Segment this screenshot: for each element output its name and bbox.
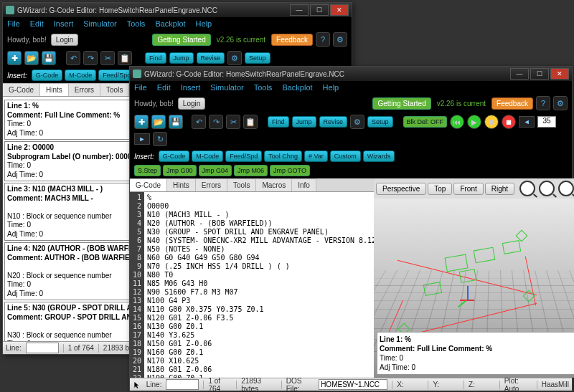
menu-edit[interactable]: Edit	[157, 83, 171, 92]
view-right[interactable]: Right	[485, 183, 514, 195]
menu-file[interactable]: File	[134, 83, 147, 92]
maximize-button[interactable]: ☐	[530, 68, 549, 80]
tab-info[interactable]: Info	[292, 178, 316, 191]
help-icon[interactable]: ?	[316, 32, 330, 47]
minimize-button[interactable]: —	[290, 4, 309, 16]
insert-gcode[interactable]: G-Code	[32, 70, 63, 81]
close-button[interactable]: ✕	[330, 4, 349, 16]
tab-g-code[interactable]: G-Code	[3, 83, 40, 96]
redo-icon[interactable]: ↷	[209, 115, 223, 129]
settings-icon[interactable]: ⚙	[553, 96, 568, 110]
menu-edit[interactable]: Edit	[30, 19, 44, 28]
setup-button[interactable]: Setup	[367, 116, 393, 128]
run-sstep[interactable]: S.Step	[134, 165, 161, 176]
settings-icon[interactable]: ⚙	[333, 32, 347, 47]
paste-icon[interactable]: 📋	[118, 51, 132, 65]
insert-mcode[interactable]: M-Code	[192, 150, 223, 162]
paste-icon[interactable]: 📋	[243, 115, 258, 129]
getting-started-button[interactable]: Getting Started	[372, 97, 430, 110]
tab-hints[interactable]: Hints	[40, 83, 69, 96]
minimize-button[interactable]: —	[510, 68, 529, 80]
run-jmpgoto[interactable]: Jmp GOTO	[270, 165, 310, 176]
insert-var[interactable]: # Var	[304, 150, 328, 162]
pause-icon[interactable]: ⏸	[484, 115, 499, 129]
menu-help[interactable]: Help	[196, 19, 212, 28]
line-input[interactable]	[26, 343, 59, 353]
menu-simulator[interactable]: Simulator	[210, 83, 243, 92]
zoom-out-icon[interactable]	[539, 181, 555, 196]
login-button[interactable]: Login	[178, 97, 205, 110]
titlebar[interactable]: GWizard: G-Code Editor: HomeSwitchRearPa…	[3, 3, 352, 17]
run-jmpm06[interactable]: Jmp M06	[234, 165, 268, 176]
revise-button[interactable]: Revise	[319, 116, 348, 128]
feedback-button[interactable]: Feedback	[271, 34, 313, 46]
feedback-button[interactable]: Feedback	[491, 97, 533, 110]
play-icon[interactable]: ▶	[467, 115, 481, 129]
tab-hints[interactable]: Hints	[167, 178, 196, 191]
menu-tools[interactable]: Tools	[254, 83, 273, 92]
menu-insert[interactable]: Insert	[181, 83, 201, 92]
new-file-icon[interactable]: ✚	[134, 115, 149, 129]
undo-icon[interactable]: ↶	[66, 51, 80, 65]
menu-backplot[interactable]: Backplot	[155, 19, 185, 28]
tab-g-code[interactable]: G-Code	[130, 178, 167, 191]
setup-button[interactable]: Setup	[245, 52, 270, 64]
insert-feedspd[interactable]: Feed/Spd	[225, 150, 262, 162]
insert-wizards[interactable]: Wizards	[363, 150, 395, 162]
menu-insert[interactable]: Insert	[54, 19, 74, 28]
insert-custom[interactable]: Custom	[330, 150, 361, 162]
revise-button[interactable]: Revise	[197, 52, 225, 64]
tab-macros[interactable]: Macros	[256, 178, 292, 191]
jump-button[interactable]: Jump	[169, 52, 194, 64]
new-file-icon[interactable]: ✚	[7, 51, 22, 65]
tab-tools[interactable]: Tools	[227, 178, 256, 191]
step-value[interactable]: 35	[537, 116, 556, 128]
save-icon[interactable]: 💾	[42, 51, 56, 65]
menu-tools[interactable]: Tools	[127, 19, 146, 28]
loop-icon[interactable]: ↻	[153, 132, 167, 146]
blkdel-button[interactable]: Blk Del: OFF	[403, 116, 448, 128]
gear-icon[interactable]: ⚙	[350, 115, 364, 129]
insert-mcode[interactable]: M-Code	[65, 70, 96, 81]
jump-button[interactable]: Jump	[292, 116, 316, 128]
menu-backplot[interactable]: Backplot	[282, 83, 312, 92]
save-icon[interactable]: 💾	[169, 115, 183, 129]
stop-icon[interactable]: ⏹	[502, 115, 516, 129]
find-button[interactable]: Find	[145, 52, 166, 64]
step-back-button[interactable]: ◄	[519, 116, 535, 128]
line-input[interactable]	[166, 379, 199, 390]
tab-tools[interactable]: Tools	[100, 83, 129, 96]
menu-simulator[interactable]: Simulator	[83, 19, 116, 28]
tab-errors[interactable]: Errors	[69, 83, 100, 96]
redo-icon[interactable]: ↷	[83, 51, 98, 65]
maximize-button[interactable]: ☐	[310, 4, 329, 16]
cut-icon[interactable]: ✂	[100, 51, 115, 65]
rewind-icon[interactable]: ⏮	[450, 115, 464, 129]
view-top[interactable]: Top	[428, 183, 452, 195]
step-fwd-button[interactable]: ►	[134, 133, 150, 145]
find-button[interactable]: Find	[268, 116, 289, 128]
close-button[interactable]: ✕	[550, 68, 569, 80]
run-jmpg04[interactable]: Jmp G04	[199, 165, 232, 176]
code-editor[interactable]: 1234567891011121314151617181920212223242…	[130, 192, 374, 378]
open-file-icon[interactable]: 📂	[151, 115, 166, 129]
titlebar[interactable]: GWizard: G-Code Editor: HomeSwitchRearPa…	[130, 67, 572, 81]
viewport-3d[interactable]: ☁ Line 1: % Comment: Full Line Comment: …	[374, 199, 574, 378]
zoom-fit-icon[interactable]	[558, 181, 574, 196]
zoom-in-icon[interactable]	[519, 181, 535, 196]
login-button[interactable]: Login	[51, 34, 78, 46]
view-front[interactable]: Front	[453, 183, 483, 195]
getting-started-button[interactable]: Getting Started	[152, 34, 210, 46]
help-icon[interactable]: ?	[536, 96, 550, 110]
menu-help[interactable]: Help	[323, 83, 339, 92]
tab-errors[interactable]: Errors	[196, 178, 227, 191]
run-jmpg00[interactable]: Jmp G00	[163, 165, 197, 176]
gear-icon[interactable]: ⚙	[227, 51, 242, 65]
insert-toolchng[interactable]: Tool Chng	[264, 150, 302, 162]
open-file-icon[interactable]: 📂	[24, 51, 39, 65]
cut-icon[interactable]: ✂	[226, 115, 240, 129]
undo-icon[interactable]: ↶	[192, 115, 206, 129]
code-text[interactable]: % O0000 N10 (MACH3 MILL - ) N20 (AUTHOR …	[144, 192, 374, 378]
dosfile-input[interactable]	[319, 379, 387, 390]
menu-file[interactable]: File	[7, 19, 20, 28]
